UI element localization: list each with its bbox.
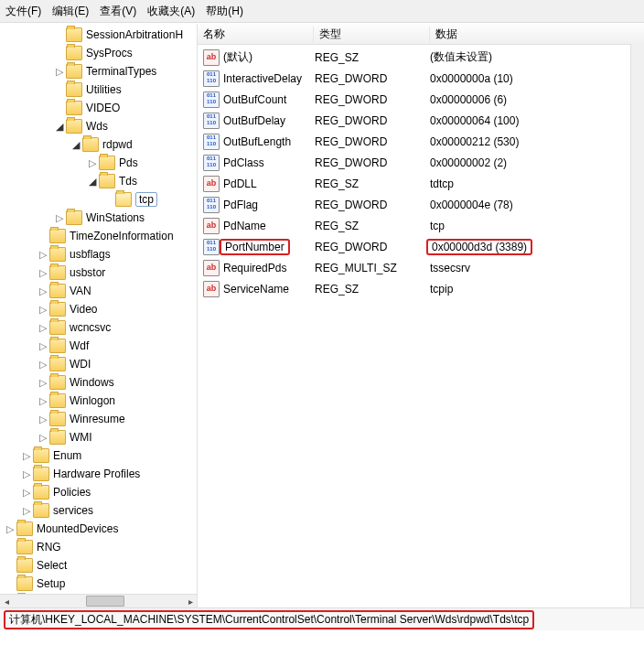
list-row[interactable]: 011 110OutBufLengthREG_DWORD0x00000212 (… [198,131,644,152]
list-vertical-scrollbar[interactable] [630,44,644,607]
tree-item[interactable]: TimeZoneInformation [0,227,197,245]
value-data: 0x0000004e (78) [424,199,644,211]
scroll-thumb[interactable] [86,596,124,607]
list-row[interactable]: abRequiredPdsREG_MULTI_SZtssecsrv [198,257,644,278]
folder-icon [16,540,33,554]
list-row[interactable]: 011 110PdFlagREG_DWORD0x0000004e (78) [198,194,644,215]
expand-icon[interactable] [37,321,49,334]
binary-value-icon: 011 110 [203,239,220,255]
list-row[interactable]: abServiceNameREG_SZtcpip [198,278,644,299]
expand-icon[interactable] [53,65,66,78]
folder-icon [49,247,66,262]
tree-item[interactable]: Video [0,300,197,318]
expand-icon[interactable] [20,504,33,517]
value-name: RequiredPds [223,262,309,274]
expand-icon[interactable] [20,486,33,499]
tree-item[interactable]: Windows [0,373,197,392]
tree-item-label: services [53,504,93,517]
tree-item[interactable]: Winlogon [0,392,197,410]
expand-icon[interactable] [37,285,49,297]
tree-item[interactable]: RNG [0,538,197,556]
tree-item[interactable]: SysProcs [0,44,197,62]
expand-icon[interactable] [37,339,49,352]
value-name: PdFlag [223,199,309,211]
menu-view[interactable]: 查看(V) [100,4,136,19]
expand-icon[interactable] [37,248,49,261]
expand-icon[interactable] [37,431,49,444]
tree-item[interactable]: wcncsvc [0,318,197,337]
value-name: PdDLL [223,177,309,190]
value-type: REG_DWORD [309,114,424,127]
tree-item[interactable]: usbstor [0,263,197,282]
tree-item[interactable]: VIDEO [0,99,197,117]
expand-icon[interactable] [86,156,99,169]
scroll-left-icon[interactable]: ◂ [0,595,13,607]
tree-item[interactable]: rdpwd [0,135,197,154]
menu-file[interactable]: 文件(F) [5,4,41,19]
menu-help[interactable]: 帮助(H) [206,4,243,19]
tree-item[interactable]: WMI [0,428,197,446]
tree-item[interactable]: services [0,501,197,520]
tree-item[interactable]: WDI [0,355,197,373]
value-name: PortNumber [223,241,309,253]
collapse-icon[interactable] [70,138,82,151]
list-row[interactable]: abPdDLLREG_SZtdtcp [198,173,644,194]
list-row[interactable]: 011 110PdClassREG_DWORD0x00000002 (2) [198,152,644,173]
expand-icon[interactable] [53,211,66,224]
column-header-name[interactable]: 名称 [198,27,314,42]
expand-icon[interactable] [37,358,49,371]
menu-edit[interactable]: 编辑(E) [52,4,89,19]
tree-item[interactable]: Pds [0,154,197,172]
binary-value-icon: 011 110 [203,155,220,171]
binary-value-icon: 011 110 [203,134,220,150]
tree-item[interactable]: tcp [0,190,197,209]
column-header-data[interactable]: 数据 [430,27,644,42]
tree-item[interactable]: Select [0,556,197,575]
expand-icon[interactable] [4,522,16,535]
expand-icon[interactable] [37,303,49,316]
expand-icon[interactable] [37,376,49,389]
menu-favorites[interactable]: 收藏夹(A) [147,4,195,19]
tree-item[interactable]: Setup [0,575,197,593]
folder-icon [66,27,82,42]
expand-icon[interactable] [37,266,49,279]
list-row[interactable]: 011 110OutBufCountREG_DWORD0x00000006 (6… [198,89,644,110]
tree-item[interactable]: Hardware Profiles [0,465,197,483]
tree-item[interactable]: Policies [0,483,197,501]
column-header-type[interactable]: 类型 [314,27,430,42]
collapse-icon[interactable] [53,120,66,133]
folder-icon [33,467,49,481]
tree-item[interactable]: Wdf [0,337,197,355]
expand-icon[interactable] [37,394,49,407]
tree-item-label: Video [70,303,97,316]
list-row[interactable]: 011 110OutBufDelayREG_DWORD0x00000064 (1… [198,110,644,131]
tree-item[interactable]: TerminalTypes [0,62,197,81]
folder-icon [82,137,99,152]
scroll-right-icon[interactable]: ▸ [184,595,197,607]
value-name: OutBufCount [223,93,309,106]
collapse-icon[interactable] [86,175,99,188]
tree-item[interactable]: Tds [0,172,197,190]
tree-item[interactable]: VAN [0,282,197,300]
list-row[interactable]: abPdNameREG_SZtcp [198,215,644,236]
list-row[interactable]: 011 110InteractiveDelayREG_DWORD0x000000… [198,68,644,89]
tree-item-label: SysProcs [86,47,133,59]
tree-item[interactable]: Enum [0,446,197,465]
string-value-icon: ab [203,218,220,234]
tree-horizontal-scrollbar[interactable]: ◂ ▸ [0,594,197,607]
expand-icon[interactable] [20,449,33,462]
value-type: REG_DWORD [309,156,424,169]
tree-item[interactable]: Utilities [0,81,197,99]
expand-icon[interactable] [37,413,49,425]
tree-item[interactable]: MountedDevices [0,520,197,538]
list-row[interactable]: 011 110PortNumberREG_DWORD0x00000d3d (33… [198,236,644,257]
tree-item[interactable]: WinStations [0,209,197,227]
expand-icon[interactable] [20,468,33,480]
folder-icon [49,284,66,298]
tree-item[interactable]: Wds [0,117,197,135]
folder-icon [49,412,66,426]
tree-item[interactable]: usbflags [0,245,197,263]
list-row[interactable]: ab(默认)REG_SZ(数值未设置) [198,47,644,68]
tree-item[interactable]: Winresume [0,410,197,428]
tree-item[interactable]: SessionArbitrationH [0,26,197,44]
